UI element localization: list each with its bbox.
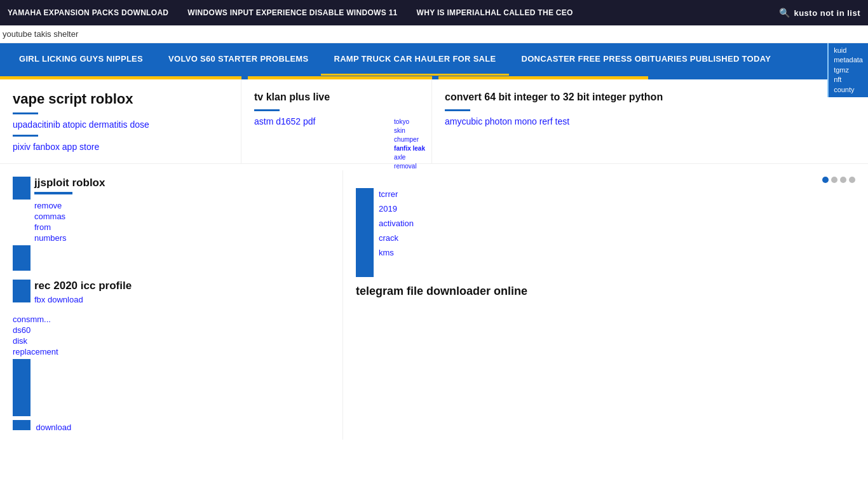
bottom-link[interactable]: download <box>36 423 71 432</box>
jj-link-3[interactable]: from <box>34 222 330 232</box>
extra-link-3[interactable]: disk <box>13 336 330 346</box>
section-extra: consmm... ds60 disk replacement download <box>13 315 330 433</box>
nav-link-4[interactable]: DONCASTER FREE PRESS OBITUARIES PUBLISHE… <box>509 44 784 76</box>
blue-block-bottom-jj <box>13 245 31 271</box>
col1-link2[interactable]: pixiv fanbox app store <box>13 142 228 152</box>
nav-link-1[interactable]: GIRL LICKING GUYS NIPPLES <box>6 44 156 76</box>
rc-link-4[interactable]: crack <box>379 232 414 245</box>
content-col-2: tv klan plus live astm d1652 pdf tokyo s… <box>241 79 432 163</box>
dot-3[interactable] <box>840 177 846 183</box>
dot-2[interactable] <box>831 177 837 183</box>
content-row-2: jjsploit roblox remove commas from numbe… <box>0 164 868 446</box>
jj-link-2[interactable]: commas <box>34 212 330 221</box>
left-col: jjsploit roblox remove commas from numbe… <box>0 170 343 440</box>
blue-block-big <box>13 359 31 416</box>
col3-title: convert 64 bit integer to 32 bit integer… <box>445 91 855 104</box>
col1-blue-bar <box>13 112 38 114</box>
extra-link-2[interactable]: ds60 <box>13 325 330 335</box>
content-row-1: vape script roblox upadacitinib atopic d… <box>0 79 868 164</box>
overlay-1: tokyo <box>394 118 409 125</box>
search-icon[interactable]: 🔍 <box>779 8 790 18</box>
col1-title: vape script roblox <box>13 91 228 107</box>
extra-link-4[interactable]: replacement <box>13 347 330 356</box>
col1-blue-bar2 <box>13 135 38 137</box>
carousel-dots <box>356 177 855 183</box>
rc-link-5[interactable]: kms <box>379 247 414 260</box>
blue-block-tiny <box>13 420 31 430</box>
topbar-link-2[interactable]: WINDOWS INPUT EXPERIENCE DISABLE WINDOWS… <box>187 8 397 17</box>
rec2020-title: rec 2020 icc profile <box>34 280 132 292</box>
sidebar-item-1: kuid <box>834 46 863 55</box>
nav-link-2[interactable]: VOLVO S60 STARTER PROBLEMS <box>156 44 321 76</box>
blue-block-jj <box>13 177 31 200</box>
right-text-area: tcrrer 2019 activation crack kms <box>356 188 855 277</box>
extra-link-1[interactable]: consmm... <box>13 315 330 324</box>
right-col: tcrrer 2019 activation crack kms telegra… <box>343 170 868 440</box>
section-jjsploit: jjsploit roblox remove commas from numbe… <box>13 177 330 271</box>
dot-1[interactable] <box>822 177 829 183</box>
jj-link-1[interactable]: remove <box>34 201 330 210</box>
col2-overlay: tokyo skin chumper fanfix leak axle remo… <box>394 118 425 171</box>
rc-link-2[interactable]: 2019 <box>379 203 414 216</box>
col2-blue-bar <box>254 109 280 111</box>
telegram-title: telegram file downloader online <box>356 285 855 298</box>
sidebar-item-3: tgmz <box>834 65 863 75</box>
top-bar-links: YAMAHA EXPANSION PACKS DOWNLOAD WINDOWS … <box>8 8 779 17</box>
content-col-3: convert 64 bit integer to 32 bit integer… <box>432 79 868 163</box>
sidebar-item-2: metadata <box>834 55 863 65</box>
overlay-4: axle <box>394 154 405 161</box>
col1-link1[interactable]: upadacitinib atopic dermatitis dose <box>13 119 228 130</box>
topbar-link-1[interactable]: YAMAHA EXPANSION PACKS DOWNLOAD <box>8 8 168 17</box>
overlay-5: removal <box>394 163 417 170</box>
content-col-1: vape script roblox upadacitinib atopic d… <box>0 79 241 163</box>
nav-links: GIRL LICKING GUYS NIPPLES VOLVO S60 STAR… <box>6 44 862 76</box>
right-blue-block <box>356 188 374 277</box>
topbar-link-3[interactable]: WHY IS IMPERIALHAL CALLED THE CEO <box>417 8 573 17</box>
rec2020-link[interactable]: fbx download <box>34 295 132 304</box>
nav-bar: GIRL LICKING GUYS NIPPLES VOLVO S60 STAR… <box>0 43 868 76</box>
second-bar: youtube takis shelter <box>0 25 868 43</box>
blue-block-rec <box>13 280 31 302</box>
rc-link-3[interactable]: activation <box>379 217 414 231</box>
jj-link-4[interactable]: numbers <box>34 233 330 243</box>
right-text-content: tcrrer 2019 activation crack kms <box>379 188 414 261</box>
overlay-2: skin <box>394 127 405 134</box>
main-content: vape script roblox upadacitinib atopic d… <box>0 79 868 446</box>
col3-link1[interactable]: amycubic photon mono rerf test <box>445 116 855 126</box>
col3-blue-bar <box>445 109 470 111</box>
second-bar-text: youtube takis shelter <box>3 29 78 39</box>
jjsploit-line <box>34 192 72 194</box>
rc-link-1[interactable]: tcrrer <box>379 188 414 201</box>
dot-4[interactable] <box>849 177 855 183</box>
search-text: kusto not in list <box>794 8 860 18</box>
search-area: 🔍 kusto not in list <box>779 8 860 18</box>
nav-link-3[interactable]: RAMP TRUCK CAR HAULER FOR SALE <box>321 44 508 76</box>
top-bar: YAMAHA EXPANSION PACKS DOWNLOAD WINDOWS … <box>0 0 868 25</box>
section-rec2020: rec 2020 icc profile fbx download <box>13 280 330 306</box>
overlay-3: chumper <box>394 136 419 143</box>
jjsploit-title: jjsploit roblox <box>34 177 105 189</box>
overlay-link[interactable]: fanfix leak <box>394 145 425 152</box>
col2-title: tv klan plus live <box>254 91 419 104</box>
